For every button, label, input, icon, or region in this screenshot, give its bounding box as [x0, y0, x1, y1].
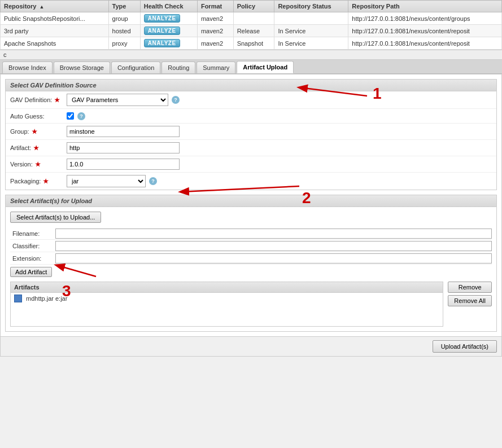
version-row: Version: ★	[6, 156, 496, 173]
packaging-select[interactable]: jar war pom ear	[67, 175, 146, 187]
upload-artifacts-button[interactable]: Upload Artifact(s)	[433, 340, 497, 353]
analyze-button[interactable]: ANALYZE	[144, 27, 180, 35]
col-type[interactable]: Type	[108, 1, 140, 12]
version-label: Version: ★	[10, 161, 67, 168]
cell-status: In Service	[274, 25, 348, 37]
cell-health-check: ANALYZE	[140, 37, 197, 50]
version-input[interactable]	[67, 159, 180, 170]
file-icon	[14, 295, 22, 302]
group-control	[67, 126, 492, 137]
content-area: Select GAV Definition Source GAV Definit…	[0, 74, 502, 357]
packaging-label: Packaging: ★	[10, 178, 67, 185]
tab-summary[interactable]: Summary	[197, 62, 235, 73]
remove-all-button[interactable]: Remove All	[448, 295, 492, 306]
add-artifact-button[interactable]: Add Artifact	[10, 267, 52, 277]
cell-repository: Public SnapshotsRepositori...	[1, 12, 109, 25]
packaging-help-icon[interactable]: ?	[149, 177, 157, 185]
cell-path: http://127.0.0.1:8081/nexus/content/repo…	[348, 37, 502, 50]
analyze-button[interactable]: ANALYZE	[144, 39, 180, 47]
version-control	[67, 159, 492, 170]
col-policy[interactable]: Policy	[233, 1, 274, 12]
extension-row: Extension:	[10, 252, 492, 265]
tab-configuration[interactable]: Configuration	[111, 62, 160, 73]
group-input[interactable]	[67, 126, 180, 137]
extension-input[interactable]	[55, 253, 492, 263]
col-path[interactable]: Repository Path	[348, 1, 502, 12]
auto-guess-help-icon[interactable]: ?	[77, 112, 85, 120]
required-star: ★	[32, 128, 37, 135]
col-repository[interactable]: Repository ▲	[1, 1, 109, 12]
cell-type: proxy	[108, 37, 140, 50]
upload-section-title: Select Artifact(s) for Upload	[6, 195, 496, 207]
required-star: ★	[54, 96, 60, 104]
classifier-input[interactable]	[55, 241, 492, 251]
classifier-row: Classifier:	[10, 240, 492, 252]
cell-path: http://127.0.0.1:8081/nexus/content/grou…	[348, 12, 502, 25]
sort-icon: ▲	[40, 4, 45, 10]
artifacts-list: Artifacts mdhttp.jar e:jar	[10, 282, 443, 327]
required-star: ★	[43, 178, 49, 185]
cell-type: hosted	[108, 25, 140, 37]
artifact-control	[67, 142, 492, 153]
table-row[interactable]: Apache Snapshots proxy ANALYZE maven2 Sn…	[1, 37, 502, 50]
auto-guess-checkbox[interactable]	[67, 112, 74, 120]
packaging-row: Packaging: ★ jar war pom ear ?	[6, 173, 496, 190]
filename-row: Filename:	[10, 227, 492, 240]
section-label: c	[0, 50, 502, 60]
artifacts-list-header: Artifacts	[11, 282, 443, 293]
filename-input[interactable]	[55, 229, 492, 239]
artifact-label: Artifact: ★	[10, 144, 67, 152]
filename-label: Filename:	[10, 229, 55, 238]
cell-format: maven2	[197, 25, 233, 37]
cell-format: maven2	[197, 37, 233, 50]
cell-status	[274, 12, 348, 25]
auto-guess-row: Auto Guess: ?	[6, 109, 496, 124]
table-row[interactable]: 3rd party hosted ANALYZE maven2 Release …	[1, 25, 502, 37]
analyze-button[interactable]: ANALYZE	[144, 14, 180, 23]
cell-health-check: ANALYZE	[140, 12, 197, 25]
tab-browse-storage[interactable]: Browse Storage	[54, 62, 110, 73]
cell-health-check: ANALYZE	[140, 25, 197, 37]
upload-fields: Filename: Classifier: Extension:	[10, 227, 492, 265]
tabs-header: Browse Index Browse Storage Configuratio…	[0, 60, 502, 74]
select-artifacts-button[interactable]: Select Artifact(s) to Upload...	[10, 212, 101, 223]
artifacts-area: Artifacts mdhttp.jar e:jar Remove Remove…	[10, 282, 492, 327]
cell-status: In Service	[274, 37, 348, 50]
gav-definition-control: GAV Parameters POM File ?	[67, 94, 492, 106]
required-star: ★	[33, 144, 39, 152]
auto-guess-label: Auto Guess:	[10, 113, 67, 120]
cell-policy	[233, 12, 274, 25]
artifacts-buttons: Remove Remove All	[448, 282, 492, 327]
group-label: Group: ★	[10, 128, 67, 135]
remove-button[interactable]: Remove	[448, 282, 492, 293]
col-status[interactable]: Repository Status	[274, 1, 348, 12]
cell-repository: 3rd party	[1, 25, 109, 37]
artifact-item[interactable]: mdhttp.jar e:jar	[11, 293, 443, 304]
tab-browse-index[interactable]: Browse Index	[2, 62, 53, 73]
auto-guess-control: ?	[67, 112, 492, 120]
cell-repository: Apache Snapshots	[1, 37, 109, 50]
gav-definition-label: GAV Definition: ★	[10, 96, 67, 104]
cell-type: group	[108, 12, 140, 25]
tab-artifact-upload[interactable]: Artifact Upload	[237, 61, 294, 73]
col-health-check[interactable]: Health Check	[140, 1, 197, 12]
gav-definition-row: GAV Definition: ★ GAV Parameters POM Fil…	[6, 91, 496, 109]
main-wrapper: Repository ▲ Type Health Check Format Po…	[0, 0, 502, 357]
required-star: ★	[35, 161, 41, 168]
cell-policy: Snapshot	[233, 37, 274, 50]
help-icon[interactable]: ?	[172, 96, 180, 104]
group-row: Group: ★	[6, 124, 496, 140]
extension-label: Extension:	[10, 254, 55, 263]
cell-policy: Release	[233, 25, 274, 37]
cell-path: http://127.0.0.1:8081/nexus/content/repo…	[348, 25, 502, 37]
packaging-control: jar war pom ear ?	[67, 175, 492, 187]
gav-section: Select GAV Definition Source GAV Definit…	[5, 79, 497, 190]
tab-routing[interactable]: Routing	[161, 62, 195, 73]
repository-table: Repository ▲ Type Health Check Format Po…	[0, 0, 502, 50]
bottom-bar: Upload Artifact(s)	[1, 336, 501, 356]
gav-definition-select[interactable]: GAV Parameters POM File	[67, 94, 168, 106]
col-format[interactable]: Format	[197, 1, 233, 12]
artifact-input[interactable]	[67, 142, 180, 153]
cell-format: maven2	[197, 12, 233, 25]
table-row[interactable]: Public SnapshotsRepositori... group ANAL…	[1, 12, 502, 25]
